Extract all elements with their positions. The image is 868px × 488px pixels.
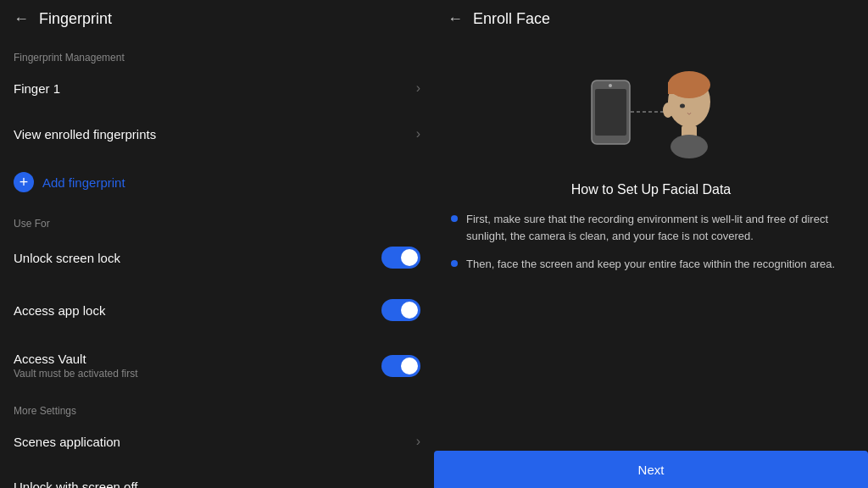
enroll-face-title: Enroll Face xyxy=(473,10,550,28)
finger1-label: Finger 1 xyxy=(14,81,60,96)
back-button[interactable]: ← xyxy=(14,10,29,28)
svg-rect-1 xyxy=(595,89,626,136)
setup-title: How to Set Up Facial Data xyxy=(434,174,868,211)
section-use-for: Use For xyxy=(0,204,434,235)
add-fingerprint-button[interactable]: + Add fingerprint xyxy=(0,160,434,204)
next-button[interactable]: Next xyxy=(434,451,868,488)
bullet-dot-2 xyxy=(451,260,458,267)
fingerprint-title: Fingerprint xyxy=(39,10,112,28)
view-fingerprints-chevron: › xyxy=(416,126,420,141)
svg-point-2 xyxy=(609,84,612,87)
svg-point-9 xyxy=(670,135,708,158)
section-more-settings: More Settings xyxy=(0,391,434,422)
unlock-screen-lock-toggle[interactable] xyxy=(381,247,420,269)
bullet-dot-1 xyxy=(451,215,458,222)
access-app-lock-item[interactable]: Access app lock xyxy=(0,287,434,333)
svg-point-5 xyxy=(663,103,673,118)
face-illustration xyxy=(434,38,868,174)
scenes-application-label: Scenes application xyxy=(14,435,120,449)
access-vault-info: Access Vault Vault must be activated fir… xyxy=(14,352,138,380)
add-fingerprint-label: Add fingerprint xyxy=(42,175,125,190)
next-button-label: Next xyxy=(638,463,665,477)
add-fingerprint-icon: + xyxy=(14,172,34,192)
enroll-face-header: ← Enroll Face xyxy=(434,0,868,38)
bullet-item-1: First, make sure that the recording envi… xyxy=(451,211,851,244)
access-vault-item[interactable]: Access Vault Vault must be activated fir… xyxy=(0,340,434,391)
enroll-face-back-button[interactable]: ← xyxy=(448,10,463,28)
finger1-item[interactable]: Finger 1 › xyxy=(0,69,434,108)
svg-point-10 xyxy=(680,104,685,108)
bullet-list: First, make sure that the recording envi… xyxy=(434,211,868,273)
finger1-chevron: › xyxy=(416,80,420,96)
access-app-lock-toggle[interactable] xyxy=(381,299,420,321)
bullet-text-2: Then, face the screen and keep your enti… xyxy=(466,256,835,273)
unlock-screen-lock-label: Unlock screen lock xyxy=(14,251,120,265)
access-vault-toggle[interactable] xyxy=(381,355,420,377)
view-fingerprints-item[interactable]: View enrolled fingerprints › xyxy=(0,114,434,153)
fingerprint-panel: ← Fingerprint Fingerprint Management Fin… xyxy=(0,0,434,488)
scenes-application-chevron: › xyxy=(416,434,420,449)
view-fingerprints-label: View enrolled fingerprints xyxy=(14,127,156,141)
bullet-text-1: First, make sure that the recording envi… xyxy=(466,211,851,244)
fingerprint-header: ← Fingerprint xyxy=(0,0,434,38)
scenes-application-item[interactable]: Scenes application › xyxy=(0,422,434,461)
section-fingerprint-mgmt: Fingerprint Management xyxy=(0,38,434,69)
unlock-screen-lock-item[interactable]: Unlock screen lock xyxy=(0,235,434,280)
bullet-item-2: Then, face the screen and keep your enti… xyxy=(451,256,851,273)
unlock-screen-off-info: Unlock with screen off Touch side finger… xyxy=(14,480,143,488)
access-app-lock-label: Access app lock xyxy=(14,303,105,318)
enroll-face-panel: ← Enroll Face How to xyxy=(434,0,868,488)
svg-rect-7 xyxy=(668,82,689,94)
unlock-screen-off-item[interactable]: Unlock with screen off Touch side finger… xyxy=(0,468,434,488)
